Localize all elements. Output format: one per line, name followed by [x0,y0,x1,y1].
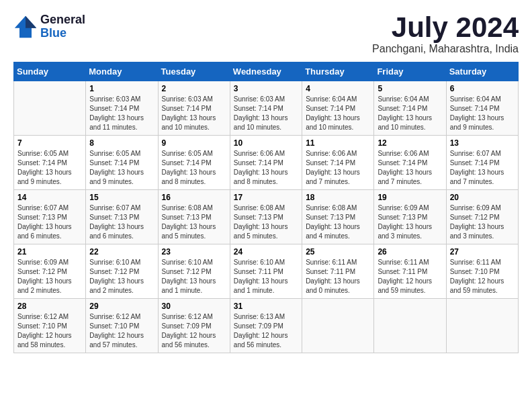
location: Panchgani, Maharashtra, India [372,43,519,55]
day-info: Sunrise: 6:11 AM Sunset: 7:11 PM Dayligh… [306,258,370,295]
calendar-cell: 8Sunrise: 6:05 AM Sunset: 7:14 PM Daylig… [86,136,158,190]
calendar-cell: 9Sunrise: 6:05 AM Sunset: 7:14 PM Daylig… [158,136,230,190]
calendar-cell: 30Sunrise: 6:12 AM Sunset: 7:09 PM Dayli… [158,299,230,353]
column-header-sunday: Sunday [14,62,86,81]
day-info: Sunrise: 6:08 AM Sunset: 7:13 PM Dayligh… [234,203,298,241]
title-block: July 2024 Panchgani, Maharashtra, India [372,13,519,55]
calendar-cell: 10Sunrise: 6:06 AM Sunset: 7:14 PM Dayli… [230,136,302,190]
day-info: Sunrise: 6:04 AM Sunset: 7:14 PM Dayligh… [378,95,442,132]
day-number: 11 [306,138,370,148]
calendar-cell: 29Sunrise: 6:12 AM Sunset: 7:10 PM Dayli… [86,299,158,353]
day-number: 4 [306,84,370,93]
day-info: Sunrise: 6:12 AM Sunset: 7:10 PM Dayligh… [17,312,82,350]
day-number: 23 [162,247,226,257]
calendar-cell: 11Sunrise: 6:06 AM Sunset: 7:14 PM Dayli… [302,136,374,190]
calendar-cell: 16Sunrise: 6:08 AM Sunset: 7:13 PM Dayli… [158,190,230,244]
day-info: Sunrise: 6:05 AM Sunset: 7:14 PM Dayligh… [162,149,226,187]
day-number: 8 [89,138,154,148]
calendar-cell: 12Sunrise: 6:06 AM Sunset: 7:14 PM Dayli… [374,136,446,190]
day-info: Sunrise: 6:11 AM Sunset: 7:11 PM Dayligh… [378,258,442,295]
day-number: 22 [89,247,154,257]
day-info: Sunrise: 6:08 AM Sunset: 7:13 PM Dayligh… [306,203,370,241]
day-number: 10 [234,138,298,148]
day-info: Sunrise: 6:05 AM Sunset: 7:14 PM Dayligh… [17,149,82,187]
day-info: Sunrise: 6:10 AM Sunset: 7:12 PM Dayligh… [162,258,226,295]
day-info: Sunrise: 6:03 AM Sunset: 7:14 PM Dayligh… [234,95,298,132]
day-number: 1 [89,84,154,93]
calendar-cell: 13Sunrise: 6:07 AM Sunset: 7:14 PM Dayli… [446,136,518,190]
day-number: 30 [162,302,226,311]
day-number: 29 [89,302,154,311]
day-info: Sunrise: 6:03 AM Sunset: 7:14 PM Dayligh… [89,95,154,132]
day-info: Sunrise: 6:04 AM Sunset: 7:14 PM Dayligh… [306,95,370,132]
logo-icon [13,15,38,39]
day-number: 27 [450,247,515,257]
calendar-week-3: 14Sunrise: 6:07 AM Sunset: 7:13 PM Dayli… [14,190,519,244]
calendar-cell: 26Sunrise: 6:11 AM Sunset: 7:11 PM Dayli… [374,244,446,299]
day-number: 26 [378,247,442,257]
page-header: General Blue July 2024 Panchgani, Mahara… [13,13,519,55]
calendar-cell: 23Sunrise: 6:10 AM Sunset: 7:12 PM Dayli… [158,244,230,299]
day-number: 20 [450,193,515,202]
day-number: 9 [162,138,226,148]
day-info: Sunrise: 6:07 AM Sunset: 7:13 PM Dayligh… [89,203,154,241]
day-info: Sunrise: 6:06 AM Sunset: 7:14 PM Dayligh… [234,149,298,187]
calendar-cell [446,299,518,353]
day-number: 21 [17,247,82,257]
calendar-cell: 7Sunrise: 6:05 AM Sunset: 7:14 PM Daylig… [14,136,86,190]
calendar-header-row: SundayMondayTuesdayWednesdayThursdayFrid… [14,62,519,81]
day-info: Sunrise: 6:06 AM Sunset: 7:14 PM Dayligh… [306,149,370,187]
day-info: Sunrise: 6:09 AM Sunset: 7:12 PM Dayligh… [450,203,515,241]
month-title: July 2024 [372,13,519,42]
calendar-cell: 22Sunrise: 6:10 AM Sunset: 7:12 PM Dayli… [86,244,158,299]
calendar-week-1: 1Sunrise: 6:03 AM Sunset: 7:14 PM Daylig… [14,81,519,136]
column-header-saturday: Saturday [446,62,518,81]
calendar-cell: 3Sunrise: 6:03 AM Sunset: 7:14 PM Daylig… [230,81,302,136]
day-info: Sunrise: 6:12 AM Sunset: 7:10 PM Dayligh… [89,312,154,350]
day-number: 13 [450,138,515,148]
calendar-week-5: 28Sunrise: 6:12 AM Sunset: 7:10 PM Dayli… [14,299,519,353]
column-header-tuesday: Tuesday [158,62,230,81]
day-number: 18 [306,193,370,202]
day-number: 28 [17,302,82,311]
day-info: Sunrise: 6:09 AM Sunset: 7:12 PM Dayligh… [17,258,82,295]
calendar-table: SundayMondayTuesdayWednesdayThursdayFrid… [13,62,519,353]
day-info: Sunrise: 6:07 AM Sunset: 7:13 PM Dayligh… [17,203,82,241]
calendar-cell: 27Sunrise: 6:11 AM Sunset: 7:10 PM Dayli… [446,244,518,299]
day-number: 7 [17,138,82,148]
calendar-cell: 14Sunrise: 6:07 AM Sunset: 7:13 PM Dayli… [14,190,86,244]
day-number: 17 [234,193,298,202]
column-header-wednesday: Wednesday [230,62,302,81]
calendar-cell: 15Sunrise: 6:07 AM Sunset: 7:13 PM Dayli… [86,190,158,244]
day-info: Sunrise: 6:13 AM Sunset: 7:09 PM Dayligh… [234,312,298,350]
calendar-cell: 28Sunrise: 6:12 AM Sunset: 7:10 PM Dayli… [14,299,86,353]
day-info: Sunrise: 6:12 AM Sunset: 7:09 PM Dayligh… [162,312,226,350]
day-number: 25 [306,247,370,257]
day-number: 2 [162,84,226,93]
day-info: Sunrise: 6:08 AM Sunset: 7:13 PM Dayligh… [162,203,226,241]
calendar-cell: 19Sunrise: 6:09 AM Sunset: 7:13 PM Dayli… [374,190,446,244]
day-number: 5 [378,84,442,93]
day-info: Sunrise: 6:07 AM Sunset: 7:14 PM Dayligh… [450,149,515,187]
day-number: 6 [450,84,515,93]
day-info: Sunrise: 6:04 AM Sunset: 7:14 PM Dayligh… [450,95,515,132]
column-header-thursday: Thursday [302,62,374,81]
column-header-monday: Monday [86,62,158,81]
day-number: 24 [234,247,298,257]
day-number: 3 [234,84,298,93]
calendar-cell: 18Sunrise: 6:08 AM Sunset: 7:13 PM Dayli… [302,190,374,244]
calendar-cell [14,81,86,136]
day-info: Sunrise: 6:09 AM Sunset: 7:13 PM Dayligh… [378,203,442,241]
calendar-week-2: 7Sunrise: 6:05 AM Sunset: 7:14 PM Daylig… [14,136,519,190]
day-info: Sunrise: 6:03 AM Sunset: 7:14 PM Dayligh… [162,95,226,132]
calendar-cell: 20Sunrise: 6:09 AM Sunset: 7:12 PM Dayli… [446,190,518,244]
column-header-friday: Friday [374,62,446,81]
day-number: 15 [89,193,154,202]
calendar-week-4: 21Sunrise: 6:09 AM Sunset: 7:12 PM Dayli… [14,244,519,299]
calendar-cell: 4Sunrise: 6:04 AM Sunset: 7:14 PM Daylig… [302,81,374,136]
calendar-cell: 21Sunrise: 6:09 AM Sunset: 7:12 PM Dayli… [14,244,86,299]
calendar-cell [302,299,374,353]
calendar-cell: 31Sunrise: 6:13 AM Sunset: 7:09 PM Dayli… [230,299,302,353]
day-info: Sunrise: 6:10 AM Sunset: 7:11 PM Dayligh… [234,258,298,295]
day-number: 14 [17,193,82,202]
